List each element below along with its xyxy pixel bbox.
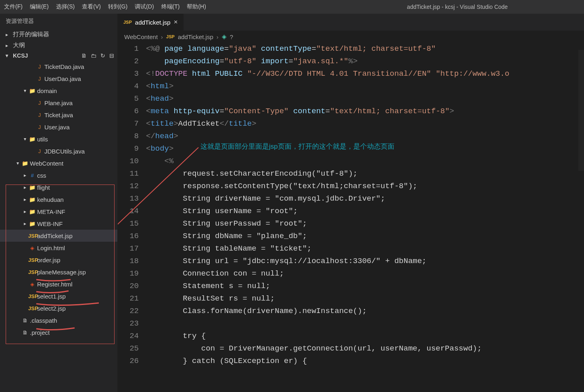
project-label: KCSJ	[13, 52, 28, 59]
tree-item-plane-java[interactable]: JPlane.java	[0, 97, 117, 109]
tree-item-kehuduan[interactable]: ▸📁kehuduan	[0, 193, 117, 205]
jsp-icon: JSP	[123, 20, 132, 25]
tree-item-addticket-jsp[interactable]: JSPaddTicket.jsp	[0, 230, 117, 242]
code-line-23[interactable]	[146, 317, 584, 330]
tree-item-label: kehuduan	[37, 196, 64, 203]
bc-file[interactable]: addTicket.jsp	[178, 33, 213, 40]
tree-item-webcontent[interactable]: ▾📁WebContent	[0, 157, 117, 169]
code-line-1[interactable]: <%@ page language="java" contentType="te…	[146, 43, 584, 55]
outline-section[interactable]: ▸大纲	[0, 40, 117, 51]
menu-select[interactable]: 选择(S)	[56, 3, 75, 10]
code-line-19[interactable]: Connection con = null;	[146, 268, 584, 280]
tree-item-jdbcutils-java[interactable]: JJDBCUtils.java	[0, 145, 117, 157]
code-line-18[interactable]: String url = "jdbc:mysql://localhost:330…	[146, 255, 584, 268]
main-area: 资源管理器 ▸打开的编辑器 ▸大纲 ▾KCSJ 🗎 🗀 ↻ ⊟ JTicketD…	[0, 14, 584, 392]
new-file-icon[interactable]: 🗎	[81, 52, 87, 59]
tree-item-label: Login.html	[37, 245, 65, 251]
breadcrumb[interactable]: WebContent › JSP addTicket.jsp › ◈ ?	[118, 31, 584, 43]
tree-item-css[interactable]: ▸#css	[0, 169, 117, 181]
tree-item-label: META-INF	[37, 208, 65, 215]
tree-item-label: flight	[37, 184, 50, 191]
code-line-13[interactable]: String driverName = "com.mysql.jdbc.Driv…	[146, 193, 584, 205]
refresh-icon[interactable]: ↻	[100, 52, 105, 59]
tree-item-select2-jsp[interactable]: JSPselect2.jsp	[0, 302, 117, 314]
tab-addticket[interactable]: JSP addTicket.jsp ×	[118, 14, 184, 31]
tree-item-domain[interactable]: ▾📁domain	[0, 85, 117, 97]
file-icon: JSP	[28, 293, 36, 299]
new-folder-icon[interactable]: 🗀	[91, 52, 96, 59]
line-gutter: 1234567891011121314151617181920212223242…	[118, 43, 146, 392]
code-line-10[interactable]: <%	[146, 155, 584, 168]
code-line-6[interactable]: <meta http-equiv="Content-Type" content=…	[146, 105, 584, 118]
tree-item-label: WEB-INF	[37, 220, 63, 227]
tree-item-planemessage-jsp[interactable]: JSPplaneMessage.jsp	[0, 266, 117, 278]
bc-webcontent[interactable]: WebContent	[124, 33, 158, 40]
explorer-title: 资源管理器	[0, 14, 117, 29]
bc-symbol[interactable]: ?	[230, 33, 233, 40]
tree-item-label: .classpath	[30, 317, 57, 324]
menu-goto[interactable]: 转到(G)	[108, 3, 127, 10]
tree-item-web-inf[interactable]: ▸📁WEB-INF	[0, 218, 117, 230]
code-line-9[interactable]: <body>	[146, 143, 584, 155]
file-icon: J	[35, 124, 44, 130]
code-line-4[interactable]: <html>	[146, 80, 584, 93]
code-line-15[interactable]: String userPasswd = "root";	[146, 218, 584, 230]
tree-item-userdao-java[interactable]: JUserDao.java	[0, 73, 117, 85]
code-line-25[interactable]: con = DriverManager.getConnection(url, u…	[146, 342, 584, 355]
collapse-icon[interactable]: ⊟	[109, 52, 114, 59]
file-icon: JSP	[28, 257, 36, 263]
tree-item-ticket-java[interactable]: JTicket.java	[0, 109, 117, 121]
tree-item-select1-jsp[interactable]: JSPselect1.jsp	[0, 290, 117, 302]
chevron-icon: ▸	[22, 221, 28, 226]
code-line-21[interactable]: ResultSet rs = null;	[146, 292, 584, 305]
code-line-17[interactable]: String tableName = "ticket";	[146, 243, 584, 255]
code-line-12[interactable]: response.setContentType("text/html;chars…	[146, 180, 584, 193]
tree-item-register-html[interactable]: ◈Register.html	[0, 278, 117, 290]
tree-item-ticketdao-java[interactable]: JTicketDao.java	[0, 60, 117, 73]
code-line-7[interactable]: <title>AddTicket</title>	[146, 118, 584, 130]
code-line-8[interactable]: </head>	[146, 130, 584, 143]
tree-item-label: select1.jsp	[37, 293, 66, 300]
jsp-icon: JSP	[166, 34, 175, 39]
file-icon: J	[35, 64, 44, 70]
code-line-2[interactable]: pageEncoding="utf-8" import="java.sql.*"…	[146, 55, 584, 68]
minimap[interactable]	[578, 50, 584, 171]
menu-edit[interactable]: 编辑(E)	[30, 3, 49, 10]
tree-item--project[interactable]: 🗎.project	[0, 326, 117, 338]
file-icon: J	[35, 112, 44, 118]
file-icon: JSP	[28, 233, 36, 239]
symbol-icon: ◈	[222, 33, 227, 40]
tab-label: addTicket.jsp	[135, 19, 171, 26]
code-content[interactable]: <%@ page language="java" contentType="te…	[146, 43, 584, 392]
code-line-11[interactable]: request.setCharacterEncoding("utf-8");	[146, 168, 584, 180]
code-line-14[interactable]: String userName = "root";	[146, 205, 584, 218]
tree-item-utils[interactable]: ▾📁utils	[0, 133, 117, 145]
code-line-3[interactable]: <!DOCTYPE html PUBLIC "-//W3C//DTD HTML …	[146, 68, 584, 80]
code-line-26[interactable]: } catch (SQLException er) {	[146, 355, 584, 367]
tree-item-label: User.java	[44, 124, 70, 131]
close-icon[interactable]: ×	[174, 18, 178, 26]
menu-file[interactable]: 文件(F)	[4, 3, 23, 10]
tree-item-meta-inf[interactable]: ▸📁META-INF	[0, 205, 117, 218]
menu-terminal[interactable]: 终端(T)	[161, 3, 180, 10]
project-section[interactable]: ▾KCSJ 🗎 🗀 ↻ ⊟	[0, 51, 117, 60]
file-tree[interactable]: JTicketDao.javaJUserDao.java▾📁domainJPla…	[0, 60, 117, 392]
tree-item-flight[interactable]: ▸📁flight	[0, 181, 117, 193]
code-line-22[interactable]: Class.forName(driverName).newInstance();	[146, 305, 584, 317]
chevron-icon: ▸	[22, 172, 28, 178]
menu-help[interactable]: 帮助(H)	[187, 3, 206, 10]
menu-view[interactable]: 查看(V)	[82, 3, 101, 10]
code-line-16[interactable]: String dbName = "plane_db";	[146, 230, 584, 243]
code-editor[interactable]: 1234567891011121314151617181920212223242…	[118, 43, 584, 392]
code-line-20[interactable]: Statement s = null;	[146, 280, 584, 292]
code-line-24[interactable]: try {	[146, 330, 584, 342]
menu-debug[interactable]: 调试(D)	[135, 3, 154, 10]
chevron-right-icon: ›	[217, 33, 219, 40]
tree-item--classpath[interactable]: 🗎.classpath	[0, 314, 117, 326]
open-editors-section[interactable]: ▸打开的编辑器	[0, 29, 117, 40]
tree-item-order-jsp[interactable]: JSPorder.jsp	[0, 254, 117, 266]
tree-item-login-html[interactable]: ◈Login.html	[0, 242, 117, 254]
code-line-5[interactable]: <head>	[146, 93, 584, 105]
sidebar: 资源管理器 ▸打开的编辑器 ▸大纲 ▾KCSJ 🗎 🗀 ↻ ⊟ JTicketD…	[0, 14, 118, 392]
tree-item-user-java[interactable]: JUser.java	[0, 121, 117, 133]
